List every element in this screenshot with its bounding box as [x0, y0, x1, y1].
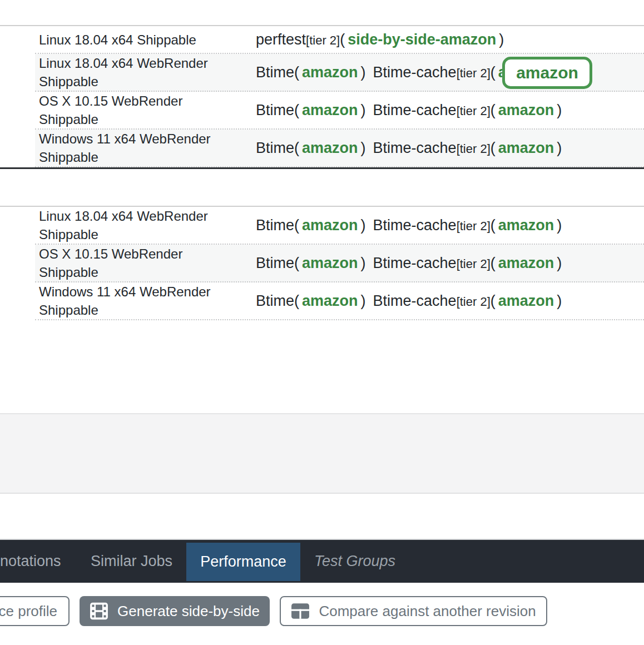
job-name: Btime-cache	[373, 64, 457, 81]
job-button-btime-cache[interactable]: Btime-cache[tier 2](amazon)	[373, 102, 562, 119]
job-symbol: amazon	[299, 255, 361, 272]
details-panel-tabbar: notations Similar Jobs Performance Test …	[0, 540, 644, 583]
job-tier: [tier 2]	[457, 257, 491, 271]
job-name: Btime-cache	[373, 255, 457, 272]
platform-label: Linux 18.04 x64 WebRender Shippable	[35, 54, 247, 91]
tab-performance[interactable]: Performance	[186, 543, 300, 581]
job-name: Btime	[256, 217, 294, 234]
job-name: Btime	[256, 102, 294, 119]
job-button-btime[interactable]: Btime(amazon)	[256, 140, 366, 157]
profile-button[interactable]: ce profile	[0, 596, 70, 626]
table-row: Linux 18.04 x64 WebRender Shippable Btim…	[0, 207, 644, 245]
selected-job-label: amazon	[516, 63, 578, 82]
performance-actions-row: ce profile Generate side-by-side	[0, 596, 644, 626]
job-button-btime[interactable]: Btime(amazon)	[256, 217, 366, 234]
job-symbol: amazon	[496, 255, 557, 272]
job-name: Btime	[256, 292, 294, 310]
jobs-cell: Btime(amazon) Btime-cache[tier 2](amazon…	[247, 92, 644, 128]
job-name: Btime-cache	[373, 292, 457, 310]
job-button-btime[interactable]: Btime(amazon)	[256, 255, 366, 272]
table-row: OS X 10.15 WebRender Shippable Btime(ama…	[0, 92, 644, 130]
tab-annotations[interactable]: notations	[0, 540, 61, 583]
job-name: Btime-cache	[373, 217, 457, 234]
push-job-table-2: Linux 18.04 x64 WebRender Shippable Btim…	[0, 206, 644, 320]
job-name: Btime-cache	[373, 102, 457, 119]
job-tier: [tier 2]	[457, 66, 491, 81]
job-tier: [tier 2]	[457, 104, 491, 118]
table-row: Linux 18.04 x64 Shippable perftest[tier …	[0, 26, 644, 54]
job-symbol: amazon	[299, 292, 361, 310]
job-button-btime-cache[interactable]: Btime-cache[tier 2](amazon)	[373, 292, 562, 310]
job-symbol: amazon	[496, 102, 557, 119]
tab-similar-jobs[interactable]: Similar Jobs	[91, 540, 172, 583]
job-name: perftest	[256, 31, 306, 48]
job-tier: [tier 2]	[457, 142, 491, 156]
platform-label: OS X 10.15 WebRender Shippable	[35, 245, 247, 281]
job-symbol: amazon	[496, 292, 557, 310]
platform-label: Windows 11 x64 WebRender Shippable	[35, 130, 247, 166]
treeherder-page: Linux 18.04 x64 Shippable perftest[tier …	[0, 0, 644, 645]
job-symbol: amazon	[496, 217, 557, 234]
tab-test-groups[interactable]: Test Groups	[314, 540, 395, 583]
details-panel-placeholder	[0, 413, 644, 494]
jobs-cell: Btime(amazon) Btime-cache[tier 2](amazon…	[247, 282, 644, 319]
selected-job-highlight[interactable]: amazon	[502, 57, 592, 89]
job-symbol: amazon	[496, 140, 557, 157]
table-row: Windows 11 x64 WebRender Shippable Btime…	[0, 130, 644, 167]
job-tier: [tier 2]	[457, 295, 491, 309]
jobs-cell: Btime(amazon) Btime-cache[tier 2](amazon…	[247, 130, 644, 166]
film-icon	[90, 602, 108, 621]
job-button-perftest[interactable]: perftest[tier 2](side-by-side-amazon)	[256, 31, 504, 48]
job-name: Btime	[256, 140, 294, 157]
job-symbol: amazon	[299, 64, 361, 81]
platform-label: Windows 11 x64 WebRender Shippable	[35, 282, 247, 319]
job-tier: [tier 2]	[457, 219, 491, 234]
platform-label: Linux 18.04 x64 WebRender Shippable	[35, 207, 247, 244]
job-name: Btime	[256, 255, 294, 272]
jobs-cell: Btime(amazon) Btime-cache[tier 2](amazon…	[247, 245, 644, 281]
jobs-cell: Btime(amazon) Btime-cache[tier 2](amazon…	[247, 207, 644, 244]
job-symbol: amazon	[299, 217, 361, 234]
table-row: OS X 10.15 WebRender Shippable Btime(ama…	[0, 245, 644, 282]
job-symbol: amazon	[299, 140, 361, 157]
job-button-btime[interactable]: Btime(amazon)	[256, 292, 366, 310]
compare-revision-button[interactable]: Compare against another revision	[280, 596, 547, 626]
job-button-btime-cache[interactable]: Btime-cache[tier 2](amazon)	[373, 140, 562, 157]
job-name: Btime	[256, 64, 294, 81]
job-tier: [tier 2]	[306, 33, 340, 48]
job-button-btime-cache[interactable]: Btime-cache[tier 2](amazon)	[373, 217, 562, 234]
job-symbol: side-by-side-amazon	[345, 31, 499, 48]
job-symbol: amazon	[299, 102, 361, 119]
table-icon	[291, 603, 310, 619]
job-button-btime[interactable]: Btime(amazon)	[256, 64, 366, 81]
platform-label: OS X 10.15 WebRender Shippable	[35, 92, 247, 128]
job-button-btime-cache[interactable]: Btime-cache[tier 2](amazon)	[373, 255, 562, 272]
table-row: Windows 11 x64 WebRender Shippable Btime…	[0, 282, 644, 320]
jobs-cell: perftest[tier 2](side-by-side-amazon)	[247, 26, 644, 53]
job-button-btime[interactable]: Btime(amazon)	[256, 102, 366, 119]
job-name: Btime-cache	[373, 140, 457, 157]
push-job-table-1: Linux 18.04 x64 Shippable perftest[tier …	[0, 25, 644, 169]
generate-side-by-side-button[interactable]: Generate side-by-side	[80, 596, 270, 626]
platform-label: Linux 18.04 x64 Shippable	[35, 26, 247, 53]
